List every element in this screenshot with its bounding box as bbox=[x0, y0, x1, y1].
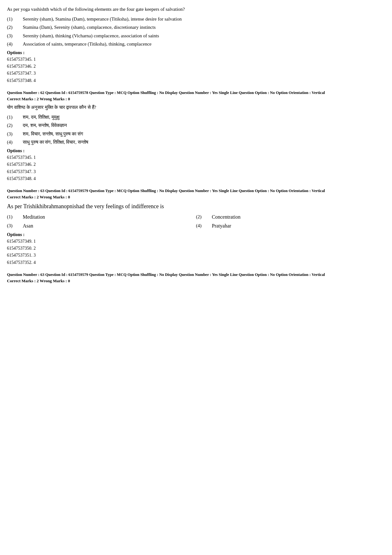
option-num: (1) bbox=[7, 114, 23, 121]
option-ids: 61547537345. 1 61547537346. 2 6154753734… bbox=[7, 56, 385, 84]
option-num: (3) bbox=[7, 32, 23, 40]
question-text-q63-eng: As per Trishikhibrahmanopnishad the very… bbox=[7, 202, 385, 211]
option-num: (1) bbox=[7, 213, 23, 221]
meta-text-q63: Question Number : 63 Question Id : 61547… bbox=[7, 188, 385, 194]
option-text: Meditation bbox=[23, 213, 196, 221]
option-item: (2) Concentration bbox=[196, 213, 385, 221]
question-text-q62-hindi: योग वाशिष्ठ के अनुसार मुक्ति के चार द्वा… bbox=[7, 104, 385, 111]
option-item: (4) साधु पुरुष का संग, तितिक्षा, विचार, … bbox=[7, 139, 385, 146]
options-list-q61-eng: (1) Serenity (sham), Stamina (Dam), temp… bbox=[7, 16, 385, 48]
option-num: (2) bbox=[196, 213, 212, 221]
options-label: Options : bbox=[7, 232, 385, 237]
option-text: Association of saints, temperance (Titik… bbox=[23, 41, 385, 48]
option-item: (2) Stamina (Dam), Serenity (sham), comp… bbox=[7, 24, 385, 31]
option-text: Stamina (Dam), Serenity (sham), complace… bbox=[23, 24, 385, 31]
option-item: (3) शम, विचार, सन्तोष, साधु पुरुष का संग bbox=[7, 130, 385, 138]
option-ids: 61547537349. 1 61547537350. 2 6154753735… bbox=[7, 238, 385, 266]
meta-block-q63: Question Number : 63 Question Id : 61547… bbox=[7, 188, 385, 200]
meta-block-q63-2: Question Number : 63 Question Id : 61547… bbox=[7, 272, 385, 284]
marks-line-q63: Correct Marks : 2 Wrong Marks : 0 bbox=[7, 194, 385, 200]
option-text: Serenity (sham), thinking (Vicharna) com… bbox=[23, 32, 385, 40]
option-item: (1) शम, दम, तितिक्षा, मुमुक्षु bbox=[7, 114, 385, 121]
option-num: (2) bbox=[7, 24, 23, 31]
option-item: (4) Association of saints, temperance (T… bbox=[7, 41, 385, 48]
option-text: दम, शम, सन्तोष, विवेकज्ञान bbox=[23, 122, 385, 129]
option-text: शम, दम, तितिक्षा, मुमुक्षु bbox=[23, 114, 385, 121]
marks-line-q63-2: Correct Marks : 2 Wrong Marks : 0 bbox=[7, 278, 385, 284]
options-label: Options : bbox=[7, 148, 385, 153]
options-label: Options : bbox=[7, 50, 385, 55]
option-num: (4) bbox=[7, 41, 23, 48]
option-text: Pratyahar bbox=[212, 222, 385, 230]
option-text: साधु पुरुष का संग, तितिक्षा, विचार, सन्त… bbox=[23, 139, 385, 146]
meta-text-q63-2: Question Number : 63 Question Id : 61547… bbox=[7, 272, 385, 278]
marks-line-q62: Correct Marks : 2 Wrong Marks : 0 bbox=[7, 96, 385, 102]
option-num: (3) bbox=[7, 222, 23, 230]
option-item: (2) दम, शम, सन्तोष, विवेकज्ञान bbox=[7, 122, 385, 129]
question-block-q63-eng: As per Trishikhibrahmanopnishad the very… bbox=[7, 202, 385, 266]
meta-block-q62: Question Number : 62 Question Id : 61547… bbox=[7, 90, 385, 102]
option-num: (4) bbox=[7, 139, 23, 146]
options-list-q62-hindi: (1) शम, दम, तितिक्षा, मुमुक्षु (2) दम, श… bbox=[7, 114, 385, 146]
question-block-q61-eng: As per yoga vashishth which of the follo… bbox=[7, 6, 385, 84]
option-text: Asan bbox=[23, 222, 196, 230]
option-num: (4) bbox=[196, 222, 212, 230]
option-item: (1) Serenity (sham), Stamina (Dam), temp… bbox=[7, 16, 385, 23]
option-text: शम, विचार, सन्तोष, साधु पुरुष का संग bbox=[23, 130, 385, 138]
option-num: (1) bbox=[7, 16, 23, 23]
option-num: (2) bbox=[7, 122, 23, 129]
question-block-q62-hindi: योग वाशिष्ठ के अनुसार मुक्ति के चार द्वा… bbox=[7, 104, 385, 182]
option-item: (3) Serenity (sham), thinking (Vicharna)… bbox=[7, 32, 385, 40]
option-item: (4) Pratyahar bbox=[196, 222, 385, 230]
meta-text-q62: Question Number : 62 Question Id : 61547… bbox=[7, 90, 385, 96]
option-text: Serenity (sham), Stamina (Dam), temperan… bbox=[23, 16, 385, 23]
options-two-col-q63: (1) Meditation (2) Concentration (3) Asa… bbox=[7, 213, 385, 230]
option-num: (3) bbox=[7, 130, 23, 138]
option-item: (3) Asan bbox=[7, 222, 196, 230]
question-text-q61-eng: As per yoga vashishth which of the follo… bbox=[7, 6, 385, 13]
option-item: (1) Meditation bbox=[7, 213, 196, 221]
option-ids: 61547537345. 1 61547537346. 2 6154753734… bbox=[7, 154, 385, 183]
option-text: Concentration bbox=[212, 213, 385, 221]
